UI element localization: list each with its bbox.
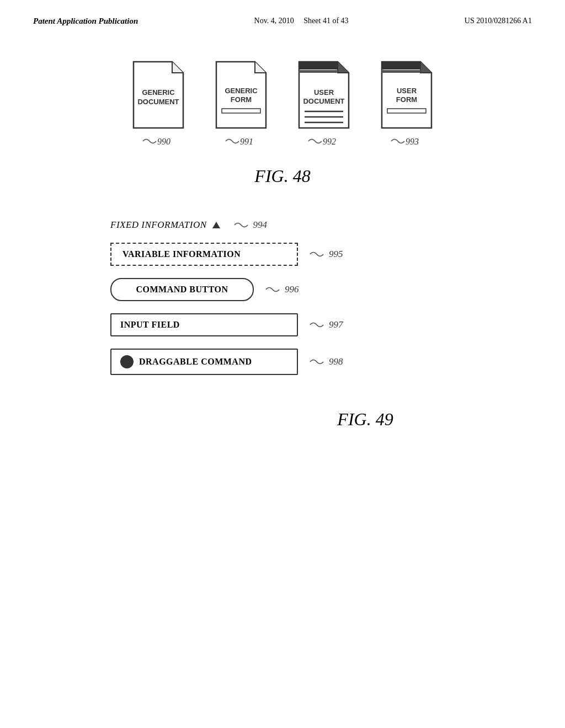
fig48-section: GENERIC DOCUMENT 990 GENERIC FORM bbox=[0, 59, 565, 186]
fixed-info-row: FIXED INFORMATION 994 bbox=[110, 220, 267, 231]
doc-item-992: USER DOCUMENT 992 bbox=[294, 59, 354, 149]
fixed-info-element: FIXED INFORMATION bbox=[110, 220, 222, 231]
svg-text:FORM: FORM bbox=[396, 95, 417, 104]
svg-text:USER: USER bbox=[397, 87, 417, 95]
ref-num-996: 996 bbox=[285, 284, 299, 295]
doc-label-990: 990 bbox=[142, 135, 175, 149]
ref-997: 997 bbox=[309, 319, 343, 330]
publication-date: Nov. 4, 2010 bbox=[254, 17, 294, 25]
input-field-row: INPUT FIELD 997 bbox=[110, 313, 343, 336]
svg-text:GENERIC: GENERIC bbox=[142, 88, 175, 97]
ref-996: 996 bbox=[265, 284, 299, 295]
sheet-info: Sheet 41 of 43 bbox=[303, 17, 348, 25]
doc-label-991: 991 bbox=[225, 135, 258, 149]
doc-label-992: 992 bbox=[307, 135, 340, 149]
svg-text:USER: USER bbox=[314, 88, 334, 97]
fig49-section: FIXED INFORMATION 994 VARIABLE INFORMATI… bbox=[0, 220, 565, 430]
draggable-command-row: DRAGGABLE COMMAND 998 bbox=[110, 349, 343, 375]
ref-num-994: 994 bbox=[253, 220, 268, 231]
document-icons-group: GENERIC DOCUMENT 990 GENERIC FORM bbox=[128, 59, 437, 149]
command-button-label: COMMAND BUTTON bbox=[136, 285, 228, 294]
svg-text:990: 990 bbox=[157, 137, 170, 146]
ref-num-997: 997 bbox=[329, 319, 343, 330]
fig48-caption: FIG. 48 bbox=[254, 166, 310, 186]
input-field-element: INPUT FIELD bbox=[110, 313, 298, 336]
triangle-icon bbox=[212, 222, 220, 228]
header-center: Nov. 4, 2010 Sheet 41 of 43 bbox=[254, 17, 349, 25]
ref-995: 995 bbox=[309, 249, 343, 260]
ref-998: 998 bbox=[309, 356, 343, 367]
draggable-command-element: DRAGGABLE COMMAND bbox=[110, 349, 298, 375]
svg-rect-7 bbox=[299, 62, 338, 69]
doc-icon-993: USER FORM bbox=[376, 59, 437, 131]
svg-text:GENERIC: GENERIC bbox=[225, 87, 258, 95]
variable-info-row: VARIABLE INFORMATION 995 bbox=[110, 243, 343, 266]
svg-text:991: 991 bbox=[240, 137, 253, 146]
doc-label-993: 993 bbox=[390, 135, 423, 149]
variable-info-label: VARIABLE INFORMATION bbox=[122, 249, 241, 259]
draggable-command-label: DRAGGABLE COMMAND bbox=[139, 357, 252, 367]
svg-text:993: 993 bbox=[406, 137, 419, 146]
page-header: Patent Application Publication Nov. 4, 2… bbox=[0, 0, 565, 26]
doc-item-993: USER FORM 993 bbox=[376, 59, 437, 149]
svg-rect-8 bbox=[299, 70, 338, 73]
doc-item-990: GENERIC DOCUMENT 990 bbox=[128, 59, 189, 149]
svg-text:992: 992 bbox=[323, 137, 336, 146]
svg-rect-16 bbox=[382, 70, 420, 73]
doc-icon-991: GENERIC FORM bbox=[211, 59, 271, 131]
svg-rect-15 bbox=[382, 62, 420, 69]
fixed-info-label: FIXED INFORMATION bbox=[110, 220, 207, 231]
ref-num-998: 998 bbox=[329, 356, 343, 367]
svg-text:FORM: FORM bbox=[231, 95, 252, 104]
ref-num-995: 995 bbox=[329, 249, 343, 260]
command-button-row: COMMAND BUTTON 996 bbox=[110, 278, 299, 301]
fig49-caption: FIG. 49 bbox=[337, 409, 393, 430]
command-button-element: COMMAND BUTTON bbox=[110, 278, 254, 301]
svg-text:DOCUMENT: DOCUMENT bbox=[137, 98, 179, 106]
patent-number: US 2010/0281266 A1 bbox=[465, 17, 532, 25]
doc-item-991: GENERIC FORM 991 bbox=[211, 59, 271, 149]
svg-text:DOCUMENT: DOCUMENT bbox=[303, 97, 344, 105]
ref-994: 994 bbox=[233, 220, 268, 231]
input-field-label: INPUT FIELD bbox=[120, 320, 180, 329]
publication-label: Patent Application Publication bbox=[33, 17, 138, 26]
doc-icon-990: GENERIC DOCUMENT bbox=[128, 59, 189, 131]
doc-icon-992: USER DOCUMENT bbox=[294, 59, 354, 131]
draggable-circle-icon bbox=[120, 355, 134, 368]
variable-info-element: VARIABLE INFORMATION bbox=[110, 243, 298, 266]
